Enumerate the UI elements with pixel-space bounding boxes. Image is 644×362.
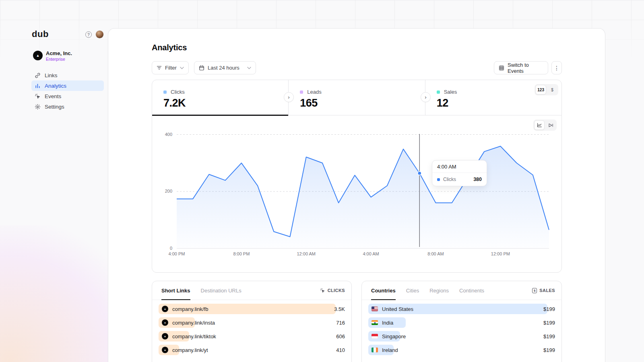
link-row[interactable]: ▲ company.link/insta 716 <box>159 317 345 328</box>
stat-tab-clicks[interactable]: Clicks 7.2K <box>152 80 288 115</box>
metric-label: CLICKS <box>328 288 345 293</box>
calendar-icon <box>199 65 204 71</box>
link-row[interactable]: ▲ company.link/yt 410 <box>159 345 345 355</box>
switch-to-events-label: Switch to Events <box>508 62 543 74</box>
country-sales: $199 <box>543 333 555 339</box>
sales-metric-button[interactable]: $ SALES <box>532 288 555 293</box>
tab-short-links[interactable]: Short Links <box>161 281 190 300</box>
link-label: company.link/tiktok <box>172 333 216 339</box>
x-axis-label: 4:00 AM <box>363 251 379 256</box>
link-label: company.link/insta <box>172 320 215 326</box>
link-clicks: 3.5K <box>334 306 345 312</box>
stat-value: 7.2K <box>163 97 288 109</box>
sidebar-item-links[interactable]: Links <box>31 70 104 80</box>
kebab-icon: ⋮ <box>554 65 559 71</box>
expand-leads-button[interactable]: › <box>421 92 431 102</box>
link-favicon: ▲ <box>162 319 168 326</box>
gear-icon <box>35 104 41 110</box>
tooltip-series-dot <box>437 178 440 181</box>
sidebar-item-events[interactable]: Events <box>31 91 104 101</box>
funnel-view-button[interactable] <box>545 120 556 130</box>
sidebar-item-label: Links <box>45 72 58 78</box>
chevron-right-icon: › <box>288 94 289 100</box>
filter-button[interactable]: Filter <box>152 61 189 74</box>
y-axis-label: 200 <box>152 189 172 193</box>
switch-to-events-button[interactable]: Switch to Events <box>494 61 548 74</box>
workspace-name[interactable]: Acme, Inc. <box>46 50 72 56</box>
date-range-button[interactable]: Last 24 hours <box>194 61 256 74</box>
clicks-chart[interactable] <box>177 134 549 249</box>
sidebar-item-analytics[interactable]: Analytics <box>31 80 104 91</box>
sales-dot <box>437 90 440 94</box>
country-row[interactable]: United States $199 <box>368 304 555 314</box>
tooltip-time: 4:00 AM <box>432 160 487 173</box>
cursor-click-icon <box>320 288 325 293</box>
workspace-logo-icon[interactable]: ▲ <box>33 51 43 60</box>
help-icon[interactable]: ? <box>85 31 92 38</box>
country-label: India <box>382 320 393 326</box>
chart-canvas <box>177 134 549 249</box>
chevron-down-icon <box>180 67 184 69</box>
line-chart-view-button[interactable] <box>534 120 545 130</box>
tab-countries[interactable]: Countries <box>371 281 396 300</box>
country-label: Ireland <box>382 347 398 353</box>
link-favicon: ▲ <box>162 347 168 353</box>
india-flag-icon <box>372 320 378 325</box>
link-clicks: 606 <box>336 333 345 339</box>
stat-tab-leads[interactable]: Leads 165 <box>288 80 425 115</box>
tab-destination-urls[interactable]: Destination URLs <box>201 281 242 300</box>
stat-label: Clicks <box>171 89 185 95</box>
country-sales: $199 <box>543 320 555 326</box>
expand-clicks-button[interactable]: › <box>284 92 294 102</box>
sidebar-item-settings[interactable]: Settings <box>31 101 104 112</box>
link-favicon: ▲ <box>162 306 168 312</box>
short-links-header: Short Links Destination URLs CLICKS <box>152 281 351 300</box>
cursor-click-icon <box>35 93 41 99</box>
link-row[interactable]: ▲ company.link/fb 3.5K <box>159 304 345 314</box>
country-row[interactable]: Ireland $199 <box>368 345 555 355</box>
chart-view-toggle <box>533 119 557 131</box>
date-range-label: Last 24 hours <box>208 65 239 71</box>
singapore-flag-icon <box>372 334 378 339</box>
country-row[interactable]: India $199 <box>368 317 555 328</box>
country-sales: $199 <box>543 347 555 353</box>
dub-logo: dub <box>32 29 49 39</box>
more-options-button[interactable]: ⋮ <box>551 61 562 74</box>
tab-regions[interactable]: Regions <box>429 281 449 300</box>
metric-label: SALES <box>539 288 555 293</box>
ireland-flag-icon <box>372 348 378 352</box>
sidebar: dub ? ▲ Acme, Inc. Enterprise Links Anal… <box>0 0 108 362</box>
sidebar-nav: Links Analytics Events <box>31 70 104 112</box>
y-axis-label: 400 <box>152 132 172 137</box>
clicks-metric-button[interactable]: CLICKS <box>320 288 345 293</box>
dollar-square-icon: $ <box>532 288 537 293</box>
page-title: Analytics <box>152 43 187 52</box>
sidebar-item-label: Analytics <box>45 83 66 89</box>
country-row[interactable]: Singapore $199 <box>368 331 555 341</box>
workspace-plan-badge: Enterprise <box>46 57 65 62</box>
unit-count-button[interactable]: 123 <box>535 85 546 95</box>
us-flag-icon <box>372 306 378 311</box>
bar-chart-icon <box>35 83 41 89</box>
tab-cities[interactable]: Cities <box>406 281 419 300</box>
country-label: Singapore <box>382 333 406 339</box>
geo-tabs: Countries Cities Regions Continents <box>371 281 484 300</box>
user-avatar[interactable] <box>96 31 103 38</box>
tooltip-series-label: Clicks <box>443 177 456 182</box>
x-axis-label: 12:00 AM <box>297 251 315 256</box>
countries-list: United States $199 India $199 Singapore … <box>362 300 561 355</box>
short-links-tabs: Short Links Destination URLs <box>161 281 242 300</box>
chevron-down-icon <box>247 67 251 69</box>
tab-continents[interactable]: Continents <box>459 281 484 300</box>
main-content: Analytics Filter Last 24 hours <box>152 29 562 362</box>
stat-label: Leads <box>307 89 321 95</box>
unit-currency-button[interactable]: $ <box>547 85 557 95</box>
app-window: dub ? ▲ Acme, Inc. Enterprise Links Anal… <box>0 0 644 362</box>
chevron-right-icon: › <box>425 94 426 100</box>
link-label: company.link/yt <box>172 347 208 353</box>
main-panel: Analytics Filter Last 24 hours <box>108 28 605 362</box>
filter-button-label: Filter <box>165 65 177 71</box>
analytics-card: Clicks 7.2K Leads 165 <box>152 80 562 273</box>
link-row[interactable]: ▲ company.link/tiktok 606 <box>159 331 345 341</box>
stat-tab-sales[interactable]: Sales 12 123 $ <box>425 80 561 115</box>
